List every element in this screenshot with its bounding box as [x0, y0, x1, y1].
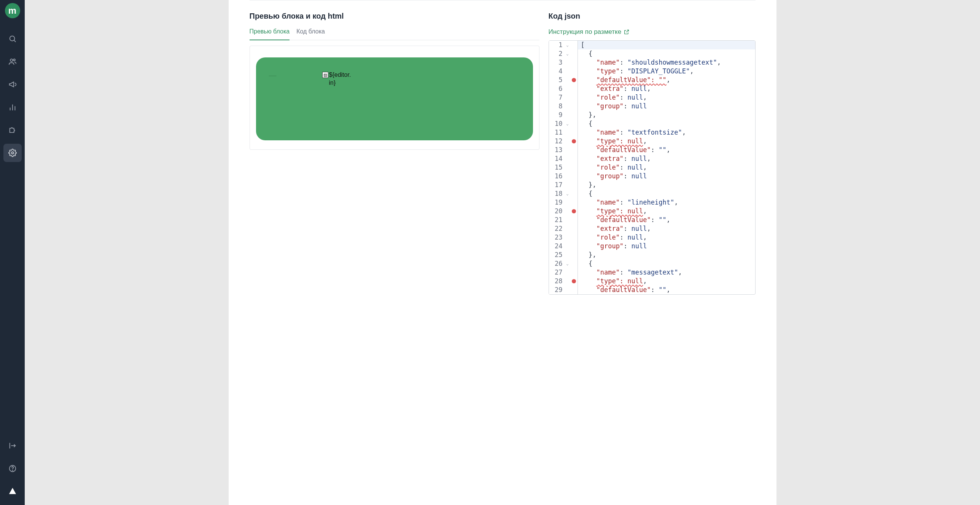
- code-content[interactable]: "defaultValue": "",: [578, 286, 755, 294]
- code-content[interactable]: "group": null: [578, 242, 755, 251]
- svg-point-7: [11, 152, 14, 154]
- code-line[interactable]: 20 "type": null,: [549, 207, 755, 216]
- nav-users-icon[interactable]: [3, 52, 22, 71]
- code-content[interactable]: },: [578, 181, 755, 189]
- code-content[interactable]: "role": null,: [578, 233, 755, 242]
- line-number: 24: [549, 242, 565, 251]
- code-line[interactable]: 24 "group": null: [549, 242, 755, 251]
- code-line[interactable]: 26⌄ {: [549, 259, 755, 268]
- code-content[interactable]: "type": null,: [578, 207, 755, 216]
- code-content[interactable]: "defaultValue": "",: [578, 76, 755, 84]
- code-line[interactable]: 12 "type": null,: [549, 137, 755, 146]
- code-content[interactable]: "group": null: [578, 102, 755, 111]
- code-content[interactable]: "name": "messagetext",: [578, 268, 755, 277]
- code-content[interactable]: "type": "DISPLAY_TOGGLE",: [578, 67, 755, 76]
- code-content[interactable]: "defaultValue": "",: [578, 216, 755, 224]
- code-content[interactable]: {: [578, 119, 755, 128]
- code-line[interactable]: 23 "role": null,: [549, 233, 755, 242]
- preview-image-placeholder: ▨ ${editor.in}: [322, 71, 351, 87]
- fold-toggle-icon: [565, 146, 570, 154]
- nav-settings-icon[interactable]: [3, 144, 22, 162]
- code-content[interactable]: "extra": null,: [578, 84, 755, 93]
- sidebar-nav: m: [0, 0, 25, 505]
- code-content[interactable]: {: [578, 259, 755, 268]
- code-content[interactable]: "name": "lineheight",: [578, 198, 755, 207]
- nav-alert-icon[interactable]: [3, 482, 22, 500]
- code-content[interactable]: {: [578, 49, 755, 58]
- code-line[interactable]: 15 "role": null,: [549, 163, 755, 172]
- app-logo[interactable]: m: [5, 3, 20, 18]
- code-content[interactable]: "extra": null,: [578, 224, 755, 233]
- code-content[interactable]: "extra": null,: [578, 154, 755, 163]
- code-line[interactable]: 27 "name": "messagetext",: [549, 268, 755, 277]
- preview-panel: Превью блока и код html Превью блока Код…: [250, 12, 539, 295]
- code-line[interactable]: 14 "extra": null,: [549, 154, 755, 163]
- fold-toggle-icon: [565, 233, 570, 242]
- fold-toggle-icon: [565, 224, 570, 233]
- code-line[interactable]: 21 "defaultValue": "",: [549, 216, 755, 224]
- instruction-link-label: Инструкция по разметке: [549, 28, 622, 36]
- nav-search-icon[interactable]: [3, 30, 22, 48]
- instruction-link[interactable]: Инструкция по разметке: [549, 28, 630, 36]
- fold-toggle-icon: [565, 76, 570, 84]
- error-gutter: [570, 172, 578, 181]
- line-number: 13: [549, 146, 565, 154]
- preview-frame: — ▨ ${editor.in}: [250, 46, 539, 150]
- preview-block: — ▨ ${editor.in}: [256, 57, 533, 140]
- code-line[interactable]: 11 "name": "textfontsize",: [549, 128, 755, 137]
- fold-toggle-icon: [565, 216, 570, 224]
- nav-help-icon[interactable]: [3, 459, 22, 478]
- tab-preview[interactable]: Превью блока: [250, 28, 290, 40]
- code-content[interactable]: "role": null,: [578, 163, 755, 172]
- code-line[interactable]: 29 "defaultValue": "",: [549, 286, 755, 294]
- code-line[interactable]: 3 "name": "shouldshowmessagetext",: [549, 58, 755, 67]
- code-line[interactable]: 13 "defaultValue": "",: [549, 146, 755, 154]
- line-number: 3: [549, 58, 565, 67]
- fold-toggle-icon: [565, 58, 570, 67]
- code-line[interactable]: 22 "extra": null,: [549, 224, 755, 233]
- code-content[interactable]: "type": null,: [578, 277, 755, 286]
- code-line[interactable]: 16 "group": null: [549, 172, 755, 181]
- code-line[interactable]: 5 "defaultValue": "",: [549, 76, 755, 84]
- code-line[interactable]: 9 },: [549, 111, 755, 119]
- fold-toggle-icon: [565, 198, 570, 207]
- code-content[interactable]: },: [578, 111, 755, 119]
- code-content[interactable]: },: [578, 251, 755, 259]
- code-line[interactable]: 4 "type": "DISPLAY_TOGGLE",: [549, 67, 755, 76]
- code-content[interactable]: "type": null,: [578, 137, 755, 146]
- code-line[interactable]: 8 "group": null: [549, 102, 755, 111]
- nav-puzzle-icon[interactable]: [3, 121, 22, 139]
- nav-chart-icon[interactable]: [3, 98, 22, 116]
- code-content[interactable]: [: [578, 41, 755, 49]
- fold-toggle-icon[interactable]: ⌄: [565, 41, 570, 49]
- error-gutter: [570, 93, 578, 102]
- fold-toggle-icon[interactable]: ⌄: [565, 189, 570, 198]
- code-content[interactable]: "name": "textfontsize",: [578, 128, 755, 137]
- code-line[interactable]: 19 "name": "lineheight",: [549, 198, 755, 207]
- code-line[interactable]: 17 },: [549, 181, 755, 189]
- fold-toggle-icon: [565, 93, 570, 102]
- line-number: 6: [549, 84, 565, 93]
- code-content[interactable]: {: [578, 189, 755, 198]
- code-content[interactable]: "defaultValue": "",: [578, 146, 755, 154]
- code-line[interactable]: 6 "extra": null,: [549, 84, 755, 93]
- nav-megaphone-icon[interactable]: [3, 75, 22, 94]
- code-line[interactable]: 18⌄ {: [549, 189, 755, 198]
- code-line[interactable]: 10⌄ {: [549, 119, 755, 128]
- fold-toggle-icon[interactable]: ⌄: [565, 259, 570, 268]
- code-line[interactable]: 25 },: [549, 251, 755, 259]
- code-content[interactable]: "group": null: [578, 172, 755, 181]
- code-line[interactable]: 7 "role": null,: [549, 93, 755, 102]
- code-content[interactable]: "name": "shouldshowmessagetext",: [578, 58, 755, 67]
- nav-logout-icon[interactable]: [3, 437, 22, 455]
- tab-code[interactable]: Код блока: [296, 28, 325, 40]
- code-line[interactable]: 1⌄[: [549, 41, 755, 49]
- main-area: Превью блока и код html Превью блока Код…: [25, 0, 980, 505]
- code-content[interactable]: "role": null,: [578, 93, 755, 102]
- json-code-editor[interactable]: 1⌄[2⌄ {3 "name": "shouldshowmessagetext"…: [549, 40, 756, 295]
- fold-toggle-icon[interactable]: ⌄: [565, 49, 570, 58]
- line-number: 14: [549, 154, 565, 163]
- code-line[interactable]: 28 "type": null,: [549, 277, 755, 286]
- code-line[interactable]: 2⌄ {: [549, 49, 755, 58]
- fold-toggle-icon[interactable]: ⌄: [565, 119, 570, 128]
